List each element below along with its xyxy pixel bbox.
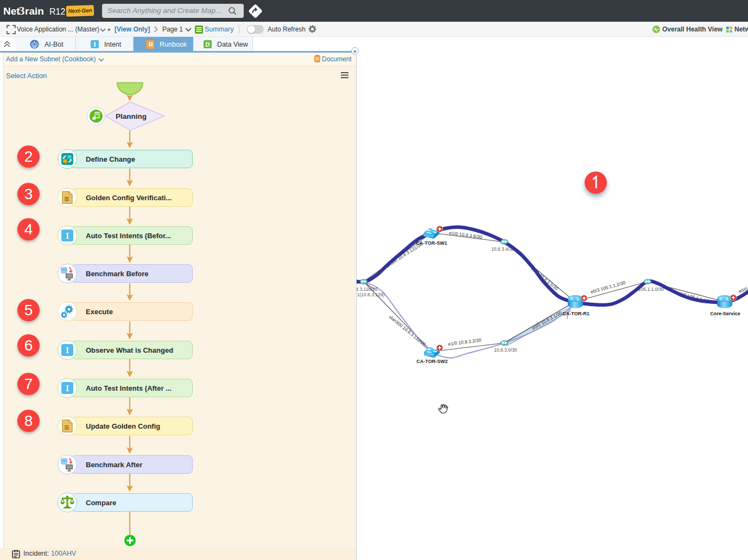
svg-text:CA-TOR-R1: CA-TOR-R1 bbox=[562, 311, 589, 316]
svg-text:Planning: Planning bbox=[116, 112, 147, 120]
svg-text:R: R bbox=[149, 41, 154, 48]
svg-text:Core-Service: Core-Service bbox=[710, 311, 740, 316]
svg-text:I: I bbox=[66, 231, 69, 240]
svg-text:R12: R12 bbox=[49, 7, 65, 16]
svg-text:Net: Net bbox=[3, 5, 20, 17]
svg-text:105.1.1.0/30: 105.1.1.0/30 bbox=[638, 287, 664, 292]
svg-text:CA-TOR-SW1: CA-TOR-SW1 bbox=[416, 240, 447, 246]
svg-text:I: I bbox=[66, 384, 69, 393]
svg-text:.8.3.128/26: .8.3.128/26 bbox=[356, 287, 378, 292]
svg-text:e1/0 10.8.3.2/30: e1/0 10.8.3.2/30 bbox=[448, 338, 481, 347]
svg-text:3: 3 bbox=[19, 4, 25, 17]
svg-text:CA-TOR-SW2: CA-TOR-SW2 bbox=[416, 359, 447, 364]
svg-text:e0/0 10.8.3.1/30: e0/0 10.8.3.1/30 bbox=[531, 310, 563, 331]
svg-text:I: I bbox=[93, 41, 96, 48]
svg-text:rain: rain bbox=[25, 5, 44, 17]
svg-text:I: I bbox=[66, 346, 69, 355]
svg-text:D: D bbox=[206, 41, 210, 48]
svg-text:10.8.3.0/30: 10.8.3.0/30 bbox=[494, 347, 517, 353]
svg-text:: 1(10.8.3.129): : 1(10.8.3.129) bbox=[356, 292, 384, 297]
svg-text:vlan300 10.8.3.132/26: vlan300 10.8.3.132/26 bbox=[388, 314, 427, 347]
